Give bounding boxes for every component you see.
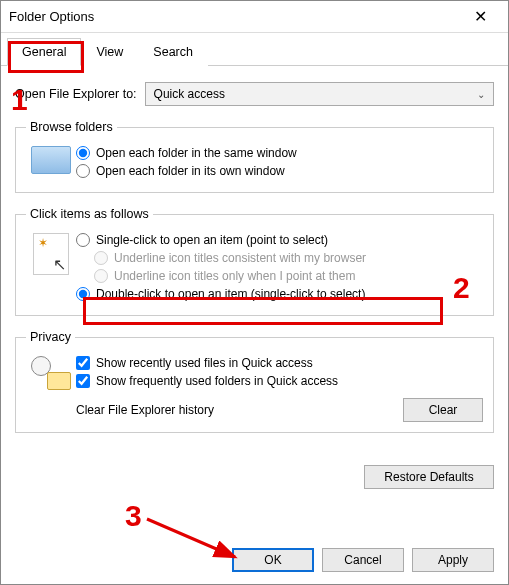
- clear-button-label: Clear: [429, 403, 458, 417]
- close-button[interactable]: ✕: [460, 2, 500, 32]
- tab-general-label: General: [22, 45, 66, 59]
- check-recent-files[interactable]: Show recently used files in Quick access: [76, 356, 483, 370]
- cancel-button-label: Cancel: [344, 553, 381, 567]
- click-items-legend: Click items as follows: [26, 207, 153, 221]
- tab-view[interactable]: View: [81, 38, 138, 66]
- privacy-group: Privacy Show recently used files in Quic…: [15, 330, 494, 433]
- tab-strip: General View Search: [1, 33, 508, 66]
- dialog-footer: OK Cancel Apply: [232, 548, 494, 572]
- clear-button[interactable]: Clear: [403, 398, 483, 422]
- check-recent-files-input[interactable]: [76, 356, 90, 370]
- open-explorer-row: Open File Explorer to: Quick access ⌄: [15, 82, 494, 106]
- radio-underline-browser: Underline icon titles consistent with my…: [94, 251, 483, 265]
- window-title: Folder Options: [9, 9, 460, 24]
- check-frequent-folders-label: Show frequently used folders in Quick ac…: [96, 374, 338, 388]
- radio-own-window-input[interactable]: [76, 164, 90, 178]
- tab-view-label: View: [96, 45, 123, 59]
- radio-underline-browser-label: Underline icon titles consistent with my…: [114, 251, 366, 265]
- folder-icon: [31, 146, 71, 174]
- apply-button[interactable]: Apply: [412, 548, 494, 572]
- radio-double-click-input[interactable]: [76, 287, 90, 301]
- radio-double-click[interactable]: Double-click to open an item (single-cli…: [76, 287, 483, 301]
- radio-double-click-label: Double-click to open an item (single-cli…: [96, 287, 365, 301]
- check-frequent-folders[interactable]: Show frequently used folders in Quick ac…: [76, 374, 483, 388]
- privacy-icon: [31, 356, 71, 390]
- tab-search-label: Search: [153, 45, 193, 59]
- restore-defaults-label: Restore Defaults: [384, 470, 473, 484]
- tab-search[interactable]: Search: [138, 38, 208, 66]
- browse-folders-legend: Browse folders: [26, 120, 117, 134]
- content-panel: Open File Explorer to: Quick access ⌄ Br…: [1, 66, 508, 459]
- radio-same-window-input[interactable]: [76, 146, 90, 160]
- annotation-number-3: 3: [125, 499, 142, 533]
- click-items-group: Click items as follows Single-click to o…: [15, 207, 494, 316]
- check-frequent-folders-input[interactable]: [76, 374, 90, 388]
- radio-own-window-label: Open each folder in its own window: [96, 164, 285, 178]
- radio-same-window[interactable]: Open each folder in the same window: [76, 146, 483, 160]
- chevron-down-icon: ⌄: [477, 89, 485, 100]
- radio-underline-point-input: [94, 269, 108, 283]
- ok-button[interactable]: OK: [232, 548, 314, 572]
- radio-own-window[interactable]: Open each folder in its own window: [76, 164, 483, 178]
- check-recent-files-label: Show recently used files in Quick access: [96, 356, 313, 370]
- radio-underline-browser-input: [94, 251, 108, 265]
- ok-button-label: OK: [264, 553, 281, 567]
- browse-folders-group: Browse folders Open each folder in the s…: [15, 120, 494, 193]
- radio-underline-point-label: Underline icon titles only when I point …: [114, 269, 355, 283]
- open-explorer-label: Open File Explorer to:: [15, 87, 137, 101]
- open-explorer-select[interactable]: Quick access ⌄: [145, 82, 494, 106]
- radio-underline-point: Underline icon titles only when I point …: [94, 269, 483, 283]
- svg-line-0: [147, 519, 235, 557]
- privacy-legend: Privacy: [26, 330, 75, 344]
- radio-single-click-label: Single-click to open an item (point to s…: [96, 233, 328, 247]
- open-explorer-value: Quick access: [154, 87, 225, 101]
- close-icon: ✕: [474, 7, 487, 26]
- radio-single-click[interactable]: Single-click to open an item (point to s…: [76, 233, 483, 247]
- click-icon: [33, 233, 69, 275]
- cancel-button[interactable]: Cancel: [322, 548, 404, 572]
- restore-defaults-button[interactable]: Restore Defaults: [364, 465, 494, 489]
- clear-history-label: Clear File Explorer history: [76, 403, 214, 417]
- folder-options-window: Folder Options ✕ General View Search Ope…: [0, 0, 509, 585]
- radio-same-window-label: Open each folder in the same window: [96, 146, 297, 160]
- apply-button-label: Apply: [438, 553, 468, 567]
- radio-single-click-input[interactable]: [76, 233, 90, 247]
- tab-general[interactable]: General: [7, 38, 81, 66]
- titlebar: Folder Options ✕: [1, 1, 508, 33]
